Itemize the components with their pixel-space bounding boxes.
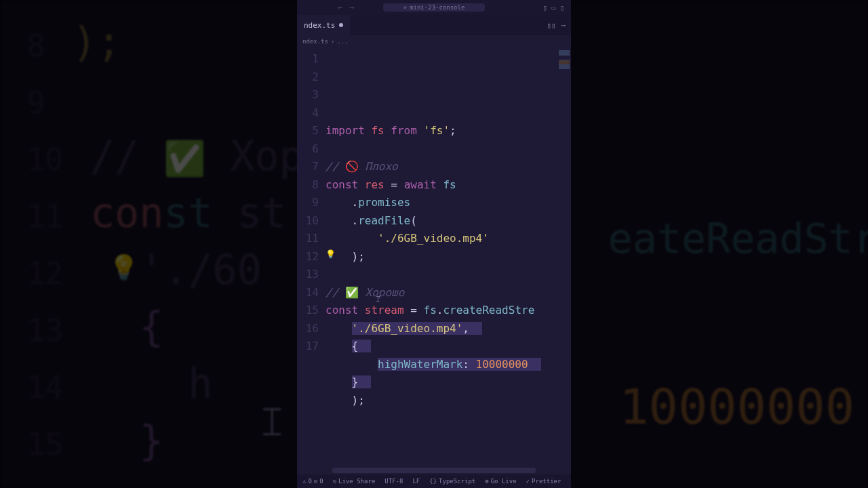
code-line[interactable]: );	[326, 392, 571, 410]
panel-bottom-icon[interactable]: ▭	[551, 3, 556, 12]
code-line[interactable]: highWaterMark: 10000000	[326, 356, 571, 374]
line-number: 6	[297, 140, 319, 159]
breadcrumb[interactable]: ndex.ts › ...	[297, 35, 571, 47]
code-line[interactable]: const stream = fs.createReadStre	[326, 302, 571, 320]
forward-arrow-icon[interactable]: →	[349, 3, 354, 12]
line-number: 8	[297, 176, 319, 195]
code-line[interactable]: );	[326, 248, 571, 266]
line-number: 12	[297, 248, 319, 266]
code-line[interactable]: import fs from 'fs';	[326, 122, 571, 140]
status-encoding[interactable]: UTF-8	[384, 478, 403, 485]
line-number: 14	[297, 284, 319, 302]
status-prettier[interactable]: ✓ Prettier	[526, 478, 561, 485]
code-line[interactable]: .promises	[326, 194, 571, 212]
status-eol[interactable]: LF	[412, 478, 420, 485]
line-number: 2	[297, 68, 319, 87]
tab-bar: ndex.ts ▯▯ ⋯	[297, 15, 571, 35]
horizontal-scrollbar[interactable]	[332, 468, 536, 473]
back-arrow-icon[interactable]: ←	[338, 3, 342, 12]
liveshare-icon: ⎋	[333, 478, 336, 485]
status-language[interactable]: {} TypeScript	[429, 478, 475, 485]
code-line[interactable]: './6GB_video.mp4'	[326, 230, 571, 248]
line-number: 15	[297, 302, 319, 320]
code-line[interactable]	[326, 140, 571, 159]
chevron-right-icon: ›	[331, 38, 334, 45]
minimap[interactable]	[559, 50, 570, 69]
nav-arrows[interactable]: ← →	[338, 3, 354, 12]
status-warnings[interactable]: ⚠ 0 ⊘ 0	[302, 478, 323, 485]
line-number: 17	[297, 338, 319, 356]
code-line[interactable]: }	[326, 373, 571, 392]
line-number: 3	[297, 86, 319, 104]
tab-label: ndex.ts	[304, 21, 335, 30]
code-line[interactable]: .readFile(	[326, 212, 571, 230]
code-content[interactable]: 💡 𝙸 import fs from 'fs'; // 🚫 Плохоconst…	[326, 47, 571, 474]
search-icon: ⌕	[403, 4, 407, 11]
line-number: 13	[297, 266, 319, 284]
broadcast-icon: ⊚	[485, 478, 488, 485]
code-line[interactable]: const res = await fs	[326, 176, 571, 195]
line-number: 7	[297, 158, 319, 176]
check-icon: ✓	[526, 478, 530, 485]
code-line[interactable]: './6GB_video.mp4',	[326, 320, 571, 338]
titlebar: ← → ⌕ mini-23-console ▯ ▭ ▯	[297, 0, 571, 15]
panel-right-icon[interactable]: ▯	[559, 3, 564, 12]
text-cursor-icon: 𝙸	[375, 290, 380, 308]
breadcrumb-file[interactable]: ndex.ts	[302, 38, 328, 45]
braces-icon: {}	[429, 478, 437, 485]
line-number: 11	[297, 230, 319, 248]
code-line[interactable]: // ✅ Хорошо	[326, 284, 571, 302]
command-center[interactable]: ⌕ mini-23-console	[383, 3, 486, 12]
editor-window: ← → ⌕ mini-23-console ▯ ▭ ▯ ndex.ts ▯▯ ⋯…	[297, 0, 571, 488]
panel-left-icon[interactable]: ▯	[542, 3, 547, 12]
project-name: mini-23-console	[410, 4, 465, 11]
code-line[interactable]	[326, 266, 571, 284]
unsaved-dot-icon	[339, 23, 343, 27]
tab-actions: ▯▯ ⋯	[547, 21, 566, 30]
warning-icon: ⚠	[302, 478, 306, 485]
line-number: 10	[297, 212, 319, 230]
code-line[interactable]	[326, 409, 571, 428]
tab-index-ts[interactable]: ndex.ts	[297, 15, 350, 35]
line-number: 1	[297, 50, 319, 68]
status-liveshare[interactable]: ⎋ Live Share	[333, 478, 376, 485]
split-editor-icon[interactable]: ▯▯	[547, 21, 555, 30]
line-number: 5	[297, 122, 319, 140]
lightbulb-icon[interactable]: 💡	[326, 245, 336, 264]
line-number: 16	[297, 320, 319, 338]
more-actions-icon[interactable]: ⋯	[561, 21, 566, 30]
error-icon: ⊘	[314, 478, 317, 485]
status-golive[interactable]: ⊚ Go Live	[485, 478, 516, 485]
layout-controls[interactable]: ▯ ▭ ▯	[542, 3, 564, 12]
code-line[interactable]: // 🚫 Плохо	[326, 158, 571, 176]
status-bar: ⚠ 0 ⊘ 0 ⎋ Live Share UTF-8 LF {} TypeScr…	[297, 474, 571, 488]
code-area[interactable]: 1234567891011121314151617 💡 𝙸 import fs …	[297, 47, 571, 474]
breadcrumb-rest[interactable]: ...	[337, 38, 348, 45]
code-line[interactable]: {	[326, 338, 571, 356]
line-number: 9	[297, 194, 319, 212]
line-number: 4	[297, 104, 319, 123]
line-number-gutter: 1234567891011121314151617	[297, 47, 326, 474]
